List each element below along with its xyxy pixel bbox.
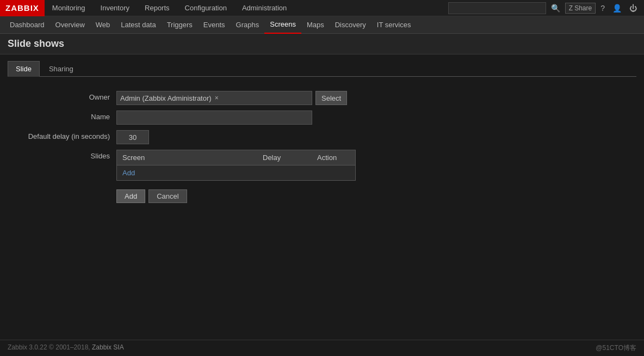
sec-nav-it-services[interactable]: IT services (371, 16, 417, 34)
page-title: Slide shows (8, 38, 636, 50)
help-icon[interactable]: ? (598, 3, 608, 14)
slides-table-body: Add (117, 165, 355, 180)
name-label: Name (8, 111, 116, 121)
footer-version: Zabbix 3.0.22 (8, 343, 47, 351)
menu-item-monitoring[interactable]: Monitoring (45, 0, 93, 16)
default-delay-input[interactable] (116, 130, 149, 144)
slides-col-screen-header: Screen (117, 150, 257, 165)
menu-item-configuration[interactable]: Configuration (177, 0, 234, 16)
top-right-controls: 🔍 Z Share ? 👤 ⏻ (448, 2, 644, 14)
menu-item-inventory[interactable]: Inventory (93, 0, 137, 16)
secondary-nav: Dashboard Overview Web Latest data Trigg… (0, 16, 644, 34)
footer: Zabbix 3.0.22 © 2001–2018, Zabbix SIA @5… (0, 340, 644, 356)
slides-add-link[interactable]: Add (122, 169, 135, 177)
select-button[interactable]: Select (315, 91, 347, 105)
power-icon[interactable]: ⏻ (627, 3, 640, 14)
tab-sharing[interactable]: Sharing (41, 61, 82, 76)
slides-row: Slides Screen Delay Action Add (8, 150, 636, 181)
sec-nav-graphs[interactable]: Graphs (231, 16, 265, 34)
sec-nav-events[interactable]: Events (198, 16, 231, 34)
share-button[interactable]: Z Share (565, 3, 596, 14)
share-icon: Z (569, 4, 573, 12)
owner-remove-icon[interactable]: × (215, 94, 219, 102)
default-delay-label: Default delay (in seconds) (8, 130, 116, 140)
action-buttons: Add Cancel (116, 189, 636, 203)
footer-zabbix-sia-link[interactable]: Zabbix SIA (92, 343, 124, 351)
sec-nav-dashboard[interactable]: Dashboard (4, 16, 50, 34)
default-delay-row: Default delay (in seconds) (8, 130, 636, 144)
sec-nav-overview[interactable]: Overview (50, 16, 90, 34)
zabbix-logo: ZABBIX (0, 0, 45, 16)
menu-item-administration[interactable]: Administration (234, 0, 294, 16)
name-input[interactable] (116, 111, 312, 125)
owner-field: Admin (Zabbix Administrator) × Select (116, 91, 347, 105)
cancel-button[interactable]: Cancel (148, 189, 187, 203)
main-menu: Monitoring Inventory Reports Configurati… (45, 0, 448, 16)
sec-nav-web[interactable]: Web (90, 16, 116, 34)
footer-left: Zabbix 3.0.22 © 2001–2018, Zabbix SIA (8, 343, 124, 353)
search-input[interactable] (448, 2, 546, 14)
owner-tag-text: Admin (Zabbix Administrator) (120, 94, 212, 102)
name-row: Name (8, 111, 636, 125)
owner-label: Owner (8, 91, 116, 101)
slides-label: Slides (8, 150, 116, 160)
sec-nav-screens[interactable]: Screens (264, 16, 301, 34)
menu-item-reports[interactable]: Reports (137, 0, 177, 16)
footer-right: @51CTO博客 (596, 343, 636, 353)
footer-copyright: © 2001–2018, (49, 343, 90, 351)
search-icon[interactable]: 🔍 (548, 3, 563, 14)
slides-col-action-header: Action (312, 150, 355, 165)
tabs-bar: Slide Sharing (8, 61, 636, 77)
owner-row: Owner Admin (Zabbix Administrator) × Sel… (8, 91, 636, 105)
sec-nav-latest-data[interactable]: Latest data (115, 16, 161, 34)
top-nav-bar: ZABBIX Monitoring Inventory Reports Conf… (0, 0, 644, 16)
share-label: Share (574, 4, 592, 12)
owner-tag: Admin (Zabbix Administrator) × (116, 91, 312, 105)
slide-form: Owner Admin (Zabbix Administrator) × Sel… (8, 85, 636, 208)
sec-nav-triggers[interactable]: Triggers (162, 16, 198, 34)
slides-table: Screen Delay Action Add (116, 150, 356, 181)
sec-nav-discovery[interactable]: Discovery (330, 16, 371, 34)
sec-nav-maps[interactable]: Maps (301, 16, 330, 34)
user-icon[interactable]: 👤 (610, 3, 624, 14)
tab-slide[interactable]: Slide (8, 61, 40, 77)
page-title-bar: Slide shows (0, 34, 644, 54)
slides-col-delay-header: Delay (257, 150, 312, 165)
main-content: Slide Sharing Owner Admin (Zabbix Admini… (0, 54, 644, 215)
add-button[interactable]: Add (116, 189, 145, 203)
slides-table-header: Screen Delay Action (117, 150, 355, 165)
